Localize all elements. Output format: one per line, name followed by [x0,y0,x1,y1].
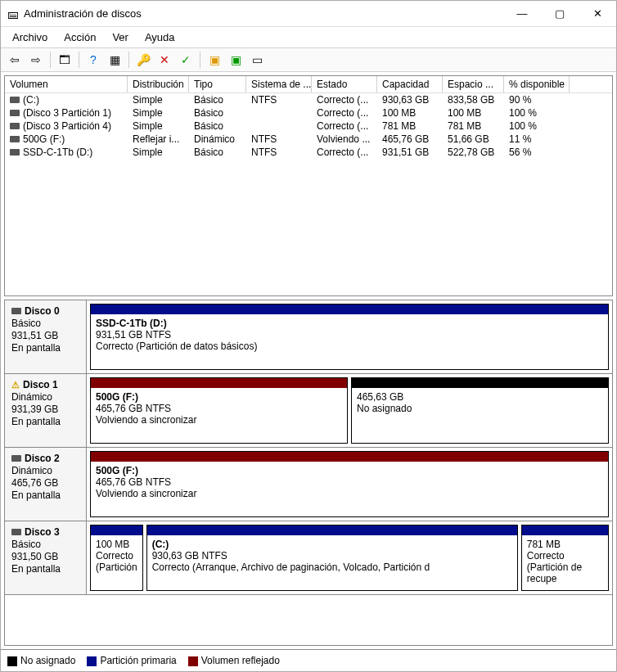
volume-row[interactable]: 500G (F:)Reflejar i...DinámicoNTFSVolvie… [5,133,612,146]
forward-button[interactable]: ⇨ [27,51,45,69]
check-button[interactable]: ✓ [177,51,195,69]
partition-color-bar [147,525,517,535]
volume-row[interactable]: SSD-C-1Tb (D:)SimpleBásicoNTFSCorrecto (… [5,146,612,159]
minimize-button[interactable]: — [503,1,541,27]
legend: No asignado Partición primaria Volumen r… [1,649,616,671]
volume-row[interactable]: (Disco 3 Partición 4)SimpleBásicoCorrect… [5,120,612,133]
disk-row: ⚠ Disco 1Dinámico931,39 GBEn pantalla500… [5,374,612,448]
partition[interactable]: 500G (F:)465,76 GB NTFSVolviendo a sincr… [90,451,609,517]
action2-button[interactable]: ▣ [227,51,245,69]
disk-row: Disco 2Dinámico465,76 GBEn pantalla500G … [5,448,612,521]
separator [200,52,200,68]
disk-row: Disco 3Básico931,50 GBEn pantalla100 MBC… [5,521,612,595]
maximize-button[interactable]: ▢ [541,1,579,27]
disk-icon [11,529,21,535]
disk-management-window: 🖴 Administración de discos — ▢ ✕ Archivo… [0,0,617,672]
col-free[interactable]: Espacio ... [443,76,504,92]
legend-mirror: Volumen reflejado [188,655,280,666]
panel-button[interactable]: ▦ [106,51,124,69]
partition-color-bar [91,378,347,388]
partition-color-bar [352,378,608,388]
action1-button[interactable]: ▣ [205,51,223,69]
delete-button[interactable]: ✕ [155,51,173,69]
volume-row[interactable]: (Disco 3 Partición 1)SimpleBásicoCorrect… [5,106,612,120]
volume-icon [10,110,20,116]
partition[interactable]: 781 MBCorrecto (Partición de recupe [521,525,609,591]
close-button[interactable]: ✕ [579,1,616,27]
graphical-view: Disco 0Básico931,51 GBEn pantallaSSD-C-1… [4,300,613,646]
partition[interactable]: 100 MBCorrecto (Partición [90,525,143,591]
volume-icon [10,97,20,103]
disk-row: Disco 0Básico931,51 GBEn pantallaSSD-C-1… [5,300,612,374]
disk-info[interactable]: ⚠ Disco 1Dinámico931,39 GBEn pantalla [5,374,87,447]
disk-icon [11,455,21,462]
menu-ayuda[interactable]: Ayuda [137,29,183,46]
titlebar[interactable]: 🖴 Administración de discos — ▢ ✕ [1,1,616,27]
partition[interactable]: 465,63 GBNo asignado [351,377,609,444]
menu-ver[interactable]: Ver [104,29,137,46]
view-button[interactable]: 🗔 [56,51,74,69]
partition-color-bar [91,452,608,462]
col-capacity[interactable]: Capacidad [377,76,443,92]
menu-archivo[interactable]: Archivo [4,29,56,46]
col-volume[interactable]: Volumen [5,76,128,92]
partition-color-bar [522,525,608,535]
volume-list: Volumen Distribución Tipo Sistema de ...… [4,75,613,296]
volume-list-header: Volumen Distribución Tipo Sistema de ...… [5,76,612,93]
partition[interactable]: (C:)930,63 GB NTFSCorrecto (Arranque, Ar… [146,525,518,591]
separator [79,52,79,68]
partition[interactable]: 500G (F:)465,76 GB NTFSVolviendo a sincr… [90,377,348,444]
volume-row[interactable]: (C:)SimpleBásicoNTFSCorrecto (...930,63 … [5,93,612,106]
separator [128,52,129,68]
disk-info[interactable]: Disco 0Básico931,51 GBEn pantalla [5,300,87,373]
help-button[interactable]: ? [84,51,102,69]
col-type[interactable]: Tipo [189,76,246,92]
toolbar: ⇦ ⇨ 🗔 ? ▦ 🔑 ✕ ✓ ▣ ▣ ▭ [1,48,616,72]
app-icon: 🖴 [7,7,19,20]
action3-button[interactable]: ▭ [248,51,266,69]
col-percent[interactable]: % disponible [504,76,570,92]
disk-info[interactable]: Disco 3Básico931,50 GBEn pantalla [5,521,87,594]
disk-icon [11,308,21,314]
col-state[interactable]: Estado [312,76,377,92]
col-distribution[interactable]: Distribución [128,76,189,92]
legend-primary: Partición primaria [87,655,176,666]
separator [50,52,51,68]
legend-unallocated: No asignado [7,655,75,666]
partition-color-bar [91,304,608,314]
window-title: Administración de discos [24,7,503,20]
volume-icon [10,136,20,142]
menu-accion[interactable]: Acción [56,29,104,46]
partition[interactable]: SSD-C-1Tb (D:)931,51 GB NTFSCorrecto (Pa… [90,304,609,370]
menubar: Archivo Acción Ver Ayuda [1,27,616,48]
volume-icon [10,123,20,129]
partition-color-bar [91,525,142,535]
disk-info[interactable]: Disco 2Dinámico465,76 GBEn pantalla [5,448,87,521]
back-button[interactable]: ⇦ [6,51,24,69]
warning-icon: ⚠ [11,380,20,390]
col-filesystem[interactable]: Sistema de ... [246,76,312,92]
properties-button[interactable]: 🔑 [134,51,152,69]
volume-icon [10,149,20,156]
volume-list-body: (C:)SimpleBásicoNTFSCorrecto (...930,63 … [5,93,612,295]
